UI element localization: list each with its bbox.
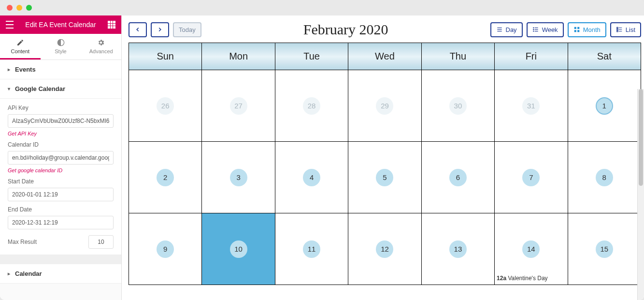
calendar-cell[interactable]: 15 <box>568 213 641 285</box>
day-number: 27 <box>230 97 247 115</box>
calendar-cell[interactable]: 5 <box>348 142 421 213</box>
section-events[interactable]: ▸ Events <box>0 60 121 79</box>
calendar-id-input[interactable] <box>8 151 114 165</box>
calendar-cell[interactable]: 31 <box>495 70 568 142</box>
day-number: 5 <box>376 169 393 186</box>
calendar-cell[interactable]: 10 <box>202 213 275 285</box>
section-calendar-label: Calendar <box>15 270 42 277</box>
minimize-window-icon[interactable] <box>16 5 22 11</box>
contrast-icon <box>41 39 81 46</box>
gear-icon <box>81 39 121 46</box>
max-result-input[interactable] <box>88 235 114 249</box>
section-calendar[interactable]: ▸ Calendar <box>0 264 121 284</box>
editor-tabs: Content Style Advanced <box>0 34 121 60</box>
tab-advanced-label: Advanced <box>89 48 113 54</box>
day-number: 9 <box>157 240 174 258</box>
day-number: 7 <box>522 169 540 186</box>
caret-down-icon: ▾ <box>8 86 10 91</box>
max-result-label: Max Result <box>8 239 37 245</box>
end-date-label: End Date <box>8 206 114 213</box>
window-titlebar <box>0 0 644 15</box>
tab-content[interactable]: Content <box>0 34 41 60</box>
day-number: 8 <box>596 169 613 186</box>
tab-style-label: Style <box>55 48 66 54</box>
svg-rect-16 <box>617 29 618 30</box>
api-key-label: APi Key <box>8 105 114 111</box>
calendar-cell[interactable]: 11 <box>275 213 348 285</box>
day-header: Fri <box>495 43 568 70</box>
svg-rect-14 <box>617 27 618 28</box>
chevron-left-icon <box>134 26 141 33</box>
svg-rect-12 <box>574 30 576 32</box>
month-view-icon <box>573 26 580 33</box>
section-google-label: Google Calendar <box>15 85 65 92</box>
calendar-cell[interactable]: 9 <box>129 213 202 285</box>
day-header: Wed <box>348 43 421 70</box>
tab-style[interactable]: Style <box>41 34 81 60</box>
calendar-cell[interactable]: 28 <box>275 70 348 142</box>
get-calendar-id-link[interactable]: Get google calendar ID <box>8 167 114 173</box>
maximize-window-icon[interactable] <box>26 5 32 11</box>
widgets-icon[interactable] <box>108 21 115 29</box>
calendar-cell[interactable]: 26 <box>129 70 202 142</box>
tab-advanced[interactable]: Advanced <box>81 34 121 60</box>
svg-rect-18 <box>617 30 618 31</box>
tab-content-label: Content <box>11 48 30 54</box>
view-month-button[interactable]: Month <box>568 22 606 37</box>
section-events-label: Events <box>15 66 36 73</box>
vertical-scrollbar[interactable] <box>637 89 644 300</box>
calendar-cell[interactable]: 12 <box>348 213 421 285</box>
day-number: 1 <box>596 97 613 115</box>
list-view-icon <box>616 26 623 33</box>
calendar-cell[interactable]: 29 <box>348 70 421 142</box>
prev-button[interactable] <box>129 22 147 37</box>
calendar-cell[interactable]: 4 <box>275 142 348 213</box>
view-week-button[interactable]: Week <box>527 22 564 37</box>
calendar-cell[interactable]: 8 <box>568 142 641 213</box>
calendar-cell[interactable]: 1 <box>568 70 641 142</box>
svg-point-7 <box>533 28 533 28</box>
close-window-icon[interactable] <box>7 5 13 11</box>
calendar-id-label: Calendar ID <box>8 141 114 148</box>
section-spacer <box>0 255 121 264</box>
chevron-right-icon <box>157 26 163 33</box>
google-calendar-body: APi Key Get API Key Calendar ID Get goog… <box>0 99 121 255</box>
view-list-button[interactable]: List <box>610 22 641 37</box>
get-api-key-link[interactable]: Get API Key <box>8 131 114 136</box>
day-header: Thu <box>421 43 494 70</box>
calendar-toolbar: Today February 2020 Day Week Month <box>129 18 641 43</box>
start-date-label: Start Date <box>8 178 114 185</box>
day-number: 11 <box>303 240 320 258</box>
api-key-input[interactable] <box>8 114 114 128</box>
calendar-cell[interactable]: 1412a Valentine's Day <box>495 213 568 285</box>
event-label[interactable]: 12a Valentine's Day <box>497 275 547 282</box>
view-day-button[interactable]: Day <box>490 22 523 37</box>
scrollbar-thumb[interactable] <box>639 89 643 186</box>
calendar-cell[interactable]: 7 <box>495 142 568 213</box>
calendar-cell[interactable]: 2 <box>129 142 202 213</box>
day-header: Sun <box>129 43 202 70</box>
sidebar-header: Edit EA Event Calendar <box>0 15 121 34</box>
today-button[interactable]: Today <box>173 22 201 37</box>
pencil-icon <box>0 39 41 46</box>
day-header: Mon <box>202 43 275 70</box>
section-google-calendar[interactable]: ▾ Google Calendar <box>0 79 121 99</box>
calendar-cell[interactable]: 3 <box>202 142 275 213</box>
svg-rect-10 <box>574 27 576 29</box>
sidebar-title: Edit EA Event Calendar <box>14 21 108 29</box>
day-number: 13 <box>449 240 467 258</box>
day-number: 30 <box>449 97 467 115</box>
caret-right-icon: ▸ <box>8 67 10 72</box>
calendar-cell[interactable]: 27 <box>202 70 275 142</box>
end-date-input[interactable] <box>8 216 114 229</box>
start-date-input[interactable] <box>8 188 114 201</box>
menu-icon[interactable] <box>6 21 14 29</box>
week-view-icon <box>532 26 539 33</box>
calendar-cell[interactable]: 13 <box>421 213 494 285</box>
day-number: 3 <box>230 169 247 186</box>
calendar-title: February 2020 <box>303 21 388 38</box>
calendar-cell[interactable]: 6 <box>421 142 494 213</box>
day-number: 14 <box>522 240 540 258</box>
next-button[interactable] <box>151 22 169 37</box>
calendar-cell[interactable]: 30 <box>421 70 494 142</box>
